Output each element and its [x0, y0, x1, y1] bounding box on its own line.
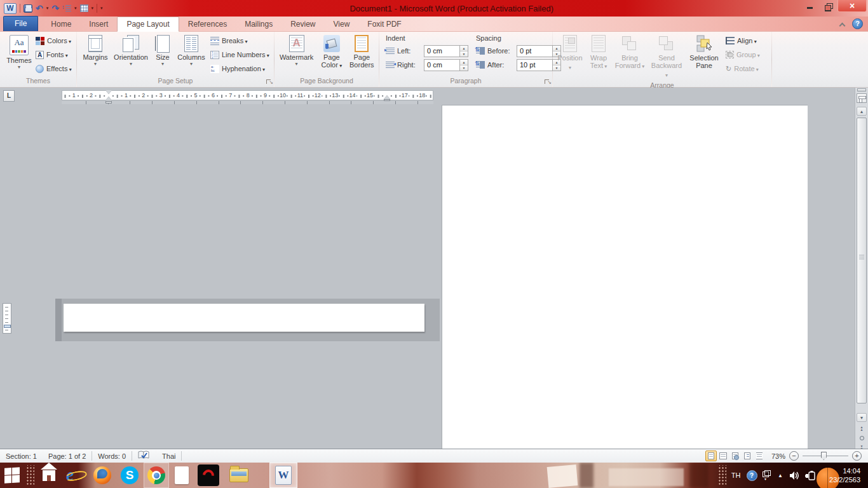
- view-ruler-toggle-button[interactable]: [857, 93, 867, 103]
- outline-view-button[interactable]: [742, 451, 753, 461]
- columns-button[interactable]: Columns: [175, 34, 208, 68]
- indent-left-spinner[interactable]: ▲▼: [459, 46, 468, 57]
- tab-page-layout[interactable]: Page Layout: [117, 17, 179, 32]
- word-app-icon[interactable]: W: [4, 3, 17, 14]
- tab-review[interactable]: Review: [281, 17, 324, 31]
- horizontal-ruler[interactable]: 211234567891011121314151718: [62, 90, 433, 100]
- vertical-scrollbar[interactable]: ▲ ▼ ▲▲ ▼▼: [855, 88, 868, 449]
- fullscreen-reading-view-button[interactable]: [717, 451, 729, 461]
- taskbar-file-explorer[interactable]: [225, 463, 253, 488]
- theme-fonts-button[interactable]: A Fonts: [36, 48, 72, 62]
- zoom-level[interactable]: 73%: [771, 452, 785, 460]
- zoom-slider[interactable]: [803, 451, 848, 461]
- table-dropdown-icon[interactable]: ▾: [92, 6, 94, 11]
- zoom-in-button[interactable]: +: [852, 451, 862, 461]
- taskbar-word[interactable]: W: [269, 463, 297, 488]
- start-button[interactable]: [0, 463, 24, 488]
- scroll-down-arrow[interactable]: ▼: [857, 413, 867, 422]
- taskbar-skype[interactable]: S: [117, 463, 142, 488]
- breaks-button[interactable]: Breaks: [210, 34, 269, 48]
- redo-button[interactable]: ↷: [51, 4, 59, 12]
- theme-effects-button[interactable]: Effects: [36, 62, 72, 76]
- tray-help-icon[interactable]: ?: [745, 463, 759, 488]
- page-setup-dialog-launcher[interactable]: [266, 79, 273, 86]
- line-numbers-button[interactable]: Line Numbers: [210, 48, 269, 62]
- align-button[interactable]: Align: [726, 34, 760, 48]
- indent-left-field[interactable]: 0 cm ▲▼: [424, 45, 468, 57]
- status-section[interactable]: Section: 1: [0, 452, 43, 460]
- tray-clock[interactable]: 14:04 23/2/2563: [818, 463, 865, 488]
- zoom-slider-thumb[interactable]: [821, 452, 827, 460]
- indent-right-spinner[interactable]: ▲▼: [459, 60, 468, 71]
- status-page[interactable]: Page: 1 of 2: [43, 452, 92, 460]
- previous-page-button[interactable]: ▲▲: [857, 424, 867, 433]
- tab-view[interactable]: View: [325, 17, 359, 31]
- taskbar-garena[interactable]: [194, 463, 222, 488]
- theme-colors-button[interactable]: Colors: [36, 34, 72, 48]
- window-controls: ×: [801, 0, 868, 17]
- tab-home[interactable]: Home: [42, 17, 80, 31]
- indent-section: Indent Left: 0 cm ▲▼ Right: 0 cm: [382, 34, 472, 72]
- first-line-indent-marker[interactable]: [105, 90, 112, 94]
- taskbar-firefox[interactable]: [89, 463, 116, 488]
- watermark-button[interactable]: Watermark: [277, 34, 316, 68]
- tab-selector-button[interactable]: L: [3, 90, 15, 102]
- save-button[interactable]: [24, 4, 32, 13]
- close-button[interactable]: ×: [837, 0, 867, 12]
- document-page-1-sliver[interactable]: [64, 304, 424, 332]
- taskbar-home-button[interactable]: [37, 463, 61, 488]
- draft-view-button[interactable]: [754, 451, 765, 461]
- web-layout-view-button[interactable]: [729, 451, 741, 461]
- tab-file[interactable]: File: [3, 16, 38, 31]
- selection-pane-button[interactable]: Selection Pane: [686, 34, 722, 71]
- proofing-status-icon[interactable]: [132, 451, 156, 461]
- document-page-2[interactable]: [442, 105, 808, 449]
- right-indent-marker-base[interactable]: [384, 99, 390, 101]
- status-words[interactable]: Words: 0: [92, 452, 132, 460]
- spacing-before-label: Before:: [487, 47, 514, 55]
- taskbar-chrome[interactable]: [144, 463, 169, 488]
- paragraph-dialog-launcher[interactable]: [544, 79, 551, 86]
- hyphenation-button[interactable]: Hyphenation: [210, 62, 269, 76]
- split-window-handle[interactable]: [857, 88, 866, 92]
- margins-button[interactable]: Margins: [79, 34, 111, 68]
- tray-power-icon[interactable]: [802, 463, 818, 488]
- taskbar-internet-explorer[interactable]: e: [62, 463, 88, 488]
- line-spacing-button[interactable]: [62, 4, 71, 12]
- table-button[interactable]: [80, 4, 88, 12]
- tab-mailings[interactable]: Mailings: [236, 17, 281, 31]
- tray-language-indicator[interactable]: TH: [728, 463, 743, 488]
- tray-volume-icon[interactable]: [787, 463, 802, 488]
- minimize-button[interactable]: [801, 0, 819, 12]
- tab-insert[interactable]: Insert: [80, 17, 117, 31]
- page-borders-button[interactable]: Page Borders: [348, 34, 376, 70]
- next-page-button[interactable]: ▼▼: [857, 444, 867, 449]
- themes-icon: Aa: [10, 35, 29, 55]
- scrollbar-thumb[interactable]: [857, 118, 867, 403]
- select-browse-object-button[interactable]: [857, 434, 867, 442]
- scroll-up-arrow[interactable]: ▲: [857, 107, 867, 116]
- left-indent-marker[interactable]: [105, 101, 112, 104]
- help-icon[interactable]: ?: [852, 18, 863, 29]
- restore-button[interactable]: [819, 0, 837, 12]
- tab-foxit-pdf[interactable]: Foxit PDF: [358, 17, 410, 31]
- print-layout-view-button[interactable]: [705, 451, 717, 461]
- selection-pane-icon: [695, 35, 714, 53]
- taskbar-document-app[interactable]: [170, 463, 193, 488]
- hanging-indent-marker[interactable]: [105, 97, 112, 100]
- wrap-text-button: Wrap Text: [586, 34, 611, 72]
- size-button[interactable]: Size: [151, 34, 175, 68]
- undo-dropdown-icon[interactable]: ▾: [46, 6, 49, 11]
- line-spacing-dropdown-icon[interactable]: ▾: [74, 6, 77, 11]
- tab-references[interactable]: References: [179, 17, 236, 31]
- status-language[interactable]: Thai: [156, 452, 181, 460]
- orientation-button[interactable]: Orientation: [111, 34, 151, 68]
- indent-right-field[interactable]: 0 cm ▲▼: [424, 59, 468, 71]
- zoom-out-button[interactable]: −: [789, 451, 799, 461]
- undo-button[interactable]: ↶: [36, 4, 43, 12]
- themes-button[interactable]: Aa Themes: [3, 34, 36, 71]
- collapse-ribbon-icon[interactable]: [839, 22, 844, 27]
- tray-show-hidden-icons[interactable]: ▲: [775, 463, 785, 488]
- page-color-button[interactable]: Page Color: [318, 34, 344, 71]
- tray-window-icon[interactable]: ▾: [760, 463, 774, 488]
